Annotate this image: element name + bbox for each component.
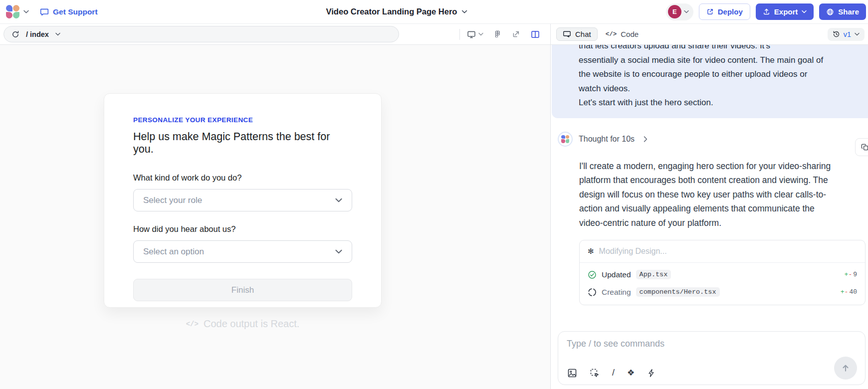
work-bar: / index <box>0 24 868 45</box>
page-title: Video Creator Landing Page Hero <box>326 7 457 16</box>
spinner-icon <box>588 288 597 297</box>
chat-toolbar: Chat </> Code v1 <box>551 24 868 45</box>
input-toolbar: / ❖ <box>567 368 656 378</box>
preview-canvas: PERSONALIZE YOUR EXPERIENCE Help us make… <box>0 45 551 389</box>
canvas-toolbar: / index <box>0 24 551 45</box>
workspace-chevron-down-icon[interactable] <box>23 10 29 13</box>
viewport-chevron-down-icon <box>478 32 483 36</box>
version-history-button[interactable]: v1 <box>828 28 865 41</box>
tab-chat[interactable]: Chat <box>556 27 598 41</box>
finish-button[interactable]: Finish <box>133 279 352 301</box>
title-chevron-down-icon <box>461 10 467 13</box>
role-select[interactable]: Select your role <box>133 189 352 211</box>
deploy-label: Deploy <box>718 7 743 16</box>
viewport-size-button[interactable] <box>467 30 483 39</box>
sparkle-icon: ✻ <box>588 247 594 256</box>
file-row[interactable]: Creating components/Hero.tsx + - 40 <box>580 283 865 301</box>
main-area: PERSONALIZE YOUR EXPERIENCE Help us make… <box>0 45 868 389</box>
tab-code[interactable]: </> Code <box>606 30 639 38</box>
route-chevron-down-icon <box>55 32 60 36</box>
assistant-avatar <box>558 132 573 147</box>
user-message-clipped-line: that lets creators upload and share thei… <box>579 45 828 53</box>
attach-image-button[interactable] <box>567 368 577 378</box>
get-support-link[interactable]: Get Support <box>40 7 98 16</box>
thought-label: Thought for 10s <box>579 135 635 144</box>
chat-input[interactable] <box>567 339 826 349</box>
quick-actions-button[interactable] <box>647 368 656 378</box>
app-window: Get Support Video Creator Landing Page H… <box>0 0 868 389</box>
select-chevron-down-icon <box>335 249 342 254</box>
select-element-button[interactable] <box>590 368 600 378</box>
file-name: components/Hero.tsx <box>636 287 720 297</box>
removed-lines: - <box>845 288 849 296</box>
file-row[interactable]: Updated App.tsx + - 9 <box>580 266 865 283</box>
tool-card-title: Modifying Design... <box>599 247 667 256</box>
history-icon <box>833 30 840 38</box>
globe-icon <box>826 8 834 16</box>
copy-message-button[interactable] <box>855 138 868 156</box>
personalize-card: PERSONALIZE YOUR EXPERIENCE Help us make… <box>104 93 382 308</box>
open-in-new-tab-button[interactable] <box>512 30 520 38</box>
export-chevron-down-icon <box>802 10 807 13</box>
route-selector[interactable]: / index <box>3 26 399 42</box>
card-eyebrow: PERSONALIZE YOUR EXPERIENCE <box>133 116 352 124</box>
canvas-toolbar-icons <box>467 30 540 39</box>
referral-select-value: Select an option <box>143 247 204 257</box>
chat-input-container: / ❖ <box>558 331 866 385</box>
top-bar-actions: E Deploy Export <box>666 3 862 20</box>
tool-card-header: ✻ Modifying Design... <box>580 240 865 262</box>
magic-patterns-logo-icon[interactable] <box>6 5 19 18</box>
project-title-menu[interactable]: Video Creator Landing Page Hero <box>326 7 467 16</box>
chat-messages[interactable]: that lets creators upload and share thei… <box>551 45 868 331</box>
file-action: Creating <box>602 288 631 297</box>
upload-icon <box>763 8 770 15</box>
chevron-right-icon <box>644 136 648 142</box>
slash-command-button[interactable]: / <box>612 368 615 378</box>
share-button[interactable]: Share <box>819 3 866 20</box>
component-library-button[interactable]: ❖ <box>627 368 635 378</box>
top-bar: Get Support Video Creator Landing Page H… <box>0 0 868 24</box>
assistant-message: I'll create a modern, engaging hero sect… <box>579 159 840 230</box>
code-output-note: </> Code output is React. <box>104 318 382 330</box>
account-menu[interactable]: E <box>666 3 693 20</box>
toolbar-divider <box>459 29 460 40</box>
user-message-body: essentially a social media site for vide… <box>579 53 828 96</box>
route-path: / index <box>26 30 49 38</box>
code-icon: </> <box>606 31 617 38</box>
thought-toggle[interactable]: Thought for 10s <box>558 132 868 147</box>
question1-label: What kind of work do you do? <box>133 173 352 183</box>
split-view-button[interactable] <box>531 30 540 39</box>
code-output-text: Code output is React. <box>204 318 299 330</box>
code-icon: </> <box>186 320 199 328</box>
diff-count: 9 <box>853 271 857 278</box>
added-lines: + <box>845 271 849 278</box>
version-label: v1 <box>844 30 851 38</box>
chat-panel: that lets creators upload and share thei… <box>551 45 868 389</box>
export-button[interactable]: Export <box>756 3 814 20</box>
user-message: that lets creators upload and share thei… <box>552 45 868 118</box>
account-chevron-down-icon <box>684 10 689 13</box>
tool-card-rows: Updated App.tsx + - 9 <box>580 262 865 305</box>
role-select-value: Select your role <box>143 195 202 205</box>
chat-bubble-icon <box>40 7 49 16</box>
question2-label: How did you hear about us? <box>133 224 352 234</box>
deploy-button[interactable]: Deploy <box>699 3 750 20</box>
diff-stats: + - 9 <box>845 271 857 278</box>
added-lines: + <box>841 288 845 296</box>
select-chevron-down-icon <box>335 198 342 202</box>
tool-activity-card: ✻ Modifying Design... Updated App.tsx <box>579 240 866 305</box>
chat-tab-icon <box>563 30 571 38</box>
user-message-last-line: Let's start with just the hero section. <box>579 96 828 110</box>
avatar: E <box>668 5 681 18</box>
figma-export-button[interactable] <box>494 30 501 38</box>
card-heading: Help us make Magic Patterns the best for… <box>133 131 352 156</box>
get-support-label: Get Support <box>53 7 98 16</box>
diff-count: 40 <box>849 288 857 296</box>
export-label: Export <box>774 7 798 16</box>
external-link-icon <box>706 8 714 15</box>
refresh-icon[interactable] <box>11 30 19 38</box>
file-action: Updated <box>602 270 631 279</box>
removed-lines: - <box>848 271 852 278</box>
referral-select[interactable]: Select an option <box>133 240 352 263</box>
send-button[interactable] <box>834 357 857 380</box>
